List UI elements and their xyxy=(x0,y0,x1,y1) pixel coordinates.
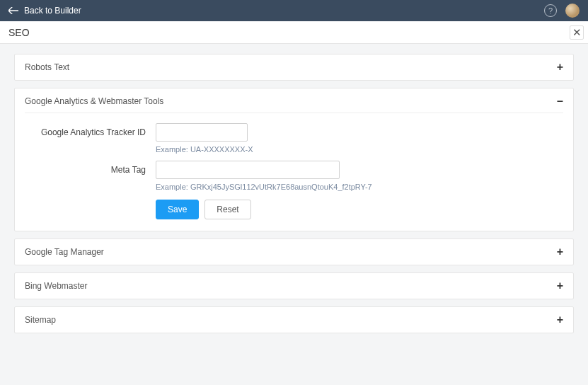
panel-google-analytics-webmaster: Google Analytics & Webmaster Tools – Goo… xyxy=(14,88,574,231)
divider xyxy=(25,113,563,113)
tracker-id-input[interactable] xyxy=(156,123,248,142)
panel-title: Google Tag Manager xyxy=(25,247,104,257)
panel-title: Robots Text xyxy=(25,62,69,72)
back-to-builder-link[interactable]: Back to Builder xyxy=(8,6,81,16)
panel-title: Bing Webmaster xyxy=(25,281,87,291)
panel-title: Sitemap xyxy=(25,315,56,325)
tracker-id-example: Example: UA-XXXXXXXX-X xyxy=(156,145,563,154)
expand-icon: + xyxy=(557,246,563,258)
save-button[interactable]: Save xyxy=(156,200,199,219)
panel-sitemap: Sitemap + xyxy=(14,306,574,333)
top-nav: Back to Builder ? xyxy=(0,0,588,21)
panel-google-tag-manager: Google Tag Manager + xyxy=(14,239,574,265)
back-arrow-icon xyxy=(8,7,18,14)
page-title: SEO xyxy=(8,27,30,38)
panel-robots-text: Robots Text + xyxy=(14,54,574,81)
collapse-icon: – xyxy=(557,96,563,107)
panel-body-ga-wm: Google Analytics Tracker ID Example: UA-… xyxy=(15,113,573,231)
panel-header-ga-wm[interactable]: Google Analytics & Webmaster Tools – xyxy=(15,88,573,114)
meta-tag-input[interactable] xyxy=(156,161,340,179)
close-icon: ✕ xyxy=(572,26,582,39)
meta-tag-example: Example: GRKxj45JySGl112vUtRk7E68ausnQto… xyxy=(156,183,563,191)
nav-right: ? xyxy=(544,4,580,18)
action-row: Save Reset xyxy=(156,200,563,219)
tracker-id-field-wrap: Example: UA-XXXXXXXX-X xyxy=(156,123,563,154)
help-icon[interactable]: ? xyxy=(544,4,557,17)
form-row-tracker-id: Google Analytics Tracker ID Example: UA-… xyxy=(25,123,563,154)
panel-bing-webmaster: Bing Webmaster + xyxy=(14,272,574,299)
page-header: SEO ✕ xyxy=(0,21,588,44)
panel-header-gtm[interactable]: Google Tag Manager + xyxy=(15,239,573,265)
meta-tag-field-wrap: Example: GRKxj45JySGl112vUtRk7E68ausnQto… xyxy=(156,161,563,191)
expand-icon: + xyxy=(557,62,563,73)
tracker-id-label: Google Analytics Tracker ID xyxy=(25,123,156,137)
back-label: Back to Builder xyxy=(24,6,81,16)
form-row-meta-tag: Meta Tag Example: GRKxj45JySGl112vUtRk7E… xyxy=(25,161,563,191)
expand-icon: + xyxy=(557,280,563,292)
panel-header-bing[interactable]: Bing Webmaster + xyxy=(15,273,573,299)
close-button[interactable]: ✕ xyxy=(570,25,584,40)
reset-button[interactable]: Reset xyxy=(204,200,250,219)
panel-title: Google Analytics & Webmaster Tools xyxy=(25,96,163,106)
content-area: Robots Text + Google Analytics & Webmast… xyxy=(0,44,588,385)
avatar[interactable] xyxy=(565,4,580,18)
expand-icon: + xyxy=(557,314,563,326)
meta-tag-label: Meta Tag xyxy=(25,161,156,175)
panel-header-robots[interactable]: Robots Text + xyxy=(15,54,573,80)
panel-header-sitemap[interactable]: Sitemap + xyxy=(15,307,573,333)
